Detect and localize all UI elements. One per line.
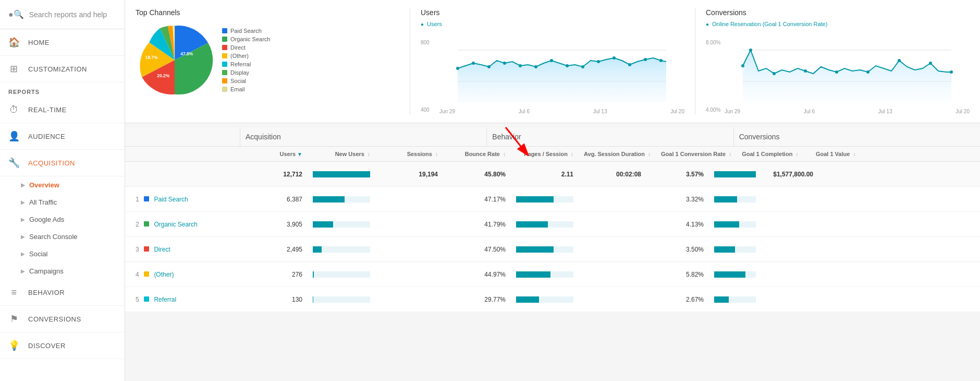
- row-link[interactable]: (Other): [154, 271, 174, 278]
- sidebar-item-acquisition[interactable]: 🔧 ACQUISITION ➔: [0, 150, 125, 176]
- sidebar-sub-social[interactable]: ▶ Social: [0, 245, 125, 263]
- sidebar-sub-campaigns[interactable]: ▶ Campaigns: [0, 263, 125, 280]
- col-header-goal1-rate[interactable]: Goal 1 Conversion Rate ↕: [656, 147, 737, 161]
- conv-y-label-8: 8.00%: [706, 40, 720, 45]
- sidebar-item-acquisition-label: ACQUISITION: [28, 159, 75, 167]
- row-goal1-rate: 4.13%: [646, 217, 709, 232]
- svg-point-29: [950, 70, 953, 74]
- goal1-bar-bg: [714, 196, 756, 203]
- row-users: 276: [240, 267, 308, 282]
- row-pages: [511, 267, 579, 282]
- new-users-bar-cell: [313, 271, 370, 278]
- col-header-avg-session[interactable]: Avg. Session Duration ↕: [579, 147, 656, 161]
- tgh-behavior-label: Behavior: [487, 127, 733, 146]
- svg-point-5: [456, 67, 459, 70]
- legend-direct: Direct: [222, 44, 270, 51]
- chevron-icon-6: ▶: [21, 268, 25, 274]
- customization-icon: ⊞: [8, 63, 20, 75]
- row-rank: 3: [136, 246, 139, 253]
- new-users-bar-cell: [313, 196, 370, 203]
- sort-goal1-val-icon: ↕: [853, 151, 855, 157]
- users-y-labels: 800 400: [421, 40, 430, 113]
- goal1-bar-fill: [714, 246, 735, 253]
- col-header-sessions[interactable]: Sessions ↕: [375, 147, 443, 161]
- row-sessions: [375, 245, 443, 254]
- row-link[interactable]: Paid Search: [154, 196, 188, 203]
- row-sessions: [375, 295, 443, 304]
- row-color-dot: [144, 271, 149, 277]
- conversions-line-svg: [725, 29, 970, 108]
- row-new-users: [308, 267, 375, 282]
- legend-label-display: Display: [230, 69, 249, 76]
- sidebar-sub-search-console[interactable]: ▶ Search Console: [0, 228, 125, 245]
- legend-label-email: Email: [230, 86, 245, 92]
- sidebar-sub-google-ads-label: Google Ads: [29, 216, 64, 223]
- row-users: 3,905: [240, 217, 308, 232]
- new-users-bar-bg: [313, 221, 370, 228]
- goal1-bar-fill: [714, 296, 729, 303]
- new-users-bar-fill: [313, 271, 314, 278]
- table-body: 1 Paid Search 6,387 47.17% 3.32%: [125, 187, 980, 312]
- col-header-new-users[interactable]: New Users ↕: [308, 147, 375, 161]
- row-link[interactable]: Organic Search: [154, 221, 197, 228]
- svg-point-22: [749, 49, 752, 52]
- col-header-pages[interactable]: Pages / Session ↕: [511, 147, 579, 161]
- total-goal1-val: $1,577,800.00: [761, 166, 818, 182]
- svg-point-17: [644, 58, 647, 61]
- sidebar-item-discover[interactable]: 💡 DISCOVER: [0, 332, 125, 359]
- new-users-bar-cell: [313, 221, 370, 228]
- sidebar-item-home[interactable]: 🏠 HOME: [0, 29, 125, 56]
- goal1-bar-bg: [714, 296, 756, 303]
- new-users-bar-fill: [313, 246, 322, 253]
- top-charts-section: Top Channels: [125, 0, 980, 123]
- svg-point-18: [659, 59, 663, 62]
- legend-other: (Other): [222, 53, 270, 59]
- sidebar-sub-overview[interactable]: ▶ Overview: [0, 176, 125, 194]
- svg-point-27: [898, 59, 901, 62]
- discover-icon: 💡: [8, 340, 20, 351]
- row-avg-session: [579, 245, 646, 254]
- svg-point-14: [597, 60, 600, 63]
- search-bar[interactable]: ●🔍 Search reports and help: [0, 0, 125, 29]
- row-pages: [511, 217, 579, 232]
- y-label-800: 800: [421, 40, 430, 45]
- sidebar-item-audience[interactable]: 👤 AUDIENCE: [0, 123, 125, 150]
- reports-section-label: Reports: [0, 82, 125, 97]
- col-header-goal1-val[interactable]: Goal 1 Value ↕: [803, 147, 861, 161]
- conversions-legend: Online Reservation (Goal 1 Conversion Ra…: [706, 21, 970, 27]
- col-header-goal1-comp[interactable]: Goal 1 Completion ↕: [737, 147, 803, 161]
- row-goal1-val: [761, 295, 818, 304]
- sidebar-item-realtime-label: REAL-TIME: [28, 106, 67, 114]
- sidebar-item-customization[interactable]: ⊞ CUSTOMIZATION: [0, 56, 125, 82]
- goal1-bar-cell: [714, 271, 756, 278]
- conversions-chart-inner: [725, 29, 970, 108]
- sidebar-sub-campaigns-label: Campaigns: [29, 267, 64, 275]
- col-header-channel: [125, 147, 240, 161]
- sidebar-item-realtime[interactable]: ⏱ REAL-TIME: [0, 97, 125, 123]
- legend-display: Display: [222, 69, 270, 76]
- sidebar-sub-all-traffic[interactable]: ▶ All Traffic: [0, 194, 125, 211]
- col-header-bounce[interactable]: Bounce Rate ↕: [443, 147, 511, 161]
- goal1-bar-bg: [714, 221, 756, 228]
- table-total-row: 12,712 19,194 45.80% 2.11 00:02:08 3.57%: [125, 162, 980, 187]
- table-row: 4 (Other) 276 44.97% 5.82%: [125, 262, 980, 287]
- sidebar-item-conversions[interactable]: ⚑ CONVERSIONS: [0, 306, 125, 332]
- bar-bg-g1: [714, 171, 756, 177]
- row-goal1-comp: [709, 267, 761, 282]
- row-pages: [511, 192, 579, 207]
- row-avg-session: [579, 295, 646, 304]
- row-rank: 2: [136, 221, 139, 228]
- legend-dot-email: [222, 87, 227, 92]
- row-link[interactable]: Direct: [154, 246, 170, 253]
- sidebar-sub-all-traffic-label: All Traffic: [29, 198, 57, 206]
- sidebar-sub-google-ads[interactable]: ▶ Google Ads: [0, 211, 125, 228]
- row-name: 5 Referral: [125, 292, 240, 307]
- new-users-bar-fill: [313, 296, 313, 303]
- row-name: 1 Paid Search: [125, 192, 240, 207]
- goal1-bar-fill: [714, 221, 739, 228]
- row-link[interactable]: Referral: [154, 296, 176, 303]
- col-header-users[interactable]: Users ▼: [240, 147, 308, 161]
- x-label-jul6: Jul 6: [519, 109, 530, 114]
- conversions-chart-title: Conversions: [706, 8, 970, 17]
- sidebar-item-behavior[interactable]: ≡ BEHAVIOR: [0, 280, 125, 306]
